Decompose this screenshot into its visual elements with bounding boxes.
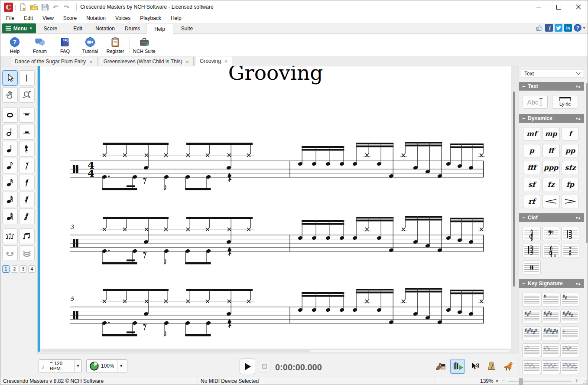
close-tab-icon[interactable]: × [89,59,93,65]
menu-file[interactable]: File [1,14,19,23]
like-icon[interactable] [536,24,543,32]
metronome-button[interactable] [484,359,499,374]
tool-whole-rest[interactable] [19,107,35,123]
dynamic-pp[interactable]: pp [562,144,579,157]
toolbar-register-button[interactable]: Register [103,35,128,55]
key-signature-3-sharps-button[interactable]: ♯♯♯ [522,310,541,323]
tool-quarter-rest[interactable] [19,141,35,157]
tool-thirtysecond-note[interactable] [2,192,18,207]
zoom-slider-thumb[interactable] [519,378,523,385]
dynamic-ppp[interactable]: ppp [543,161,560,174]
pointer-sound-button[interactable] [467,359,482,374]
collapse-icon[interactable]: − [522,281,525,287]
collapse-icon[interactable]: − [522,115,525,121]
dynamic-f[interactable]: f [562,127,579,140]
volume-dropdown-arrow[interactable]: ▼ [117,360,125,372]
document-tab-grooving[interactable]: Grooving× [195,56,232,66]
dynamic-fp[interactable]: fp [562,178,579,191]
key-signature-7-sharps-button[interactable]: ♯♯♯♯♯♯♯ [541,326,560,340]
menu-notation[interactable]: Notation [81,14,110,23]
tool-tie[interactable] [2,245,18,261]
play-button[interactable] [240,359,255,374]
key-signature-1-sharps-button[interactable]: ♯ [541,293,560,307]
help-dropdown-arrow[interactable]: ▾ [583,26,585,30]
clef-tenor-button[interactable] [523,244,541,258]
insert-lyric-button[interactable]: Ly ric [552,95,578,109]
dynamic-decrescendo[interactable] [562,195,579,208]
key-signature-5-sharps-button[interactable]: ♯♯♯♯♯ [560,310,579,323]
resize-grip[interactable] [582,379,588,385]
tool-thirtysecond-rest[interactable] [19,192,35,207]
dynamic-p[interactable]: p [523,144,540,157]
dynamic-sf[interactable]: sf [523,178,540,191]
toolbar-faq-button[interactable]: FAQFAQ [52,35,78,55]
menu-voices[interactable]: Voices [110,14,135,23]
dynamic-sfz[interactable]: sfz [562,161,579,174]
tool-beam[interactable] [19,228,35,244]
volume-control[interactable]: 100% ▼ [86,359,127,372]
close-tab-icon[interactable]: × [224,59,228,64]
tool-triplet[interactable]: 3 [2,228,18,244]
minimize-button[interactable] [529,0,549,13]
tool-whole-note[interactable] [2,107,18,123]
voice-button-3[interactable]: 3 [19,265,27,273]
clef-alto-button[interactable] [561,227,579,241]
section-header-dynamics[interactable]: −Dynamics▾▴ [519,114,584,123]
key-signature-4-flats-button[interactable]: ♭♭♭♭ [560,343,579,357]
tool-slur[interactable] [19,245,35,261]
maximize-button[interactable] [549,0,569,13]
tool-sixtyfourth-rest[interactable] [19,209,35,224]
dynamic-ff[interactable]: ff [543,144,560,157]
zoom-slider[interactable] [508,381,572,382]
ribbon-tab-drums[interactable]: Drums [119,23,146,34]
ribbon-tab-notation[interactable]: Notation [91,23,119,34]
score-horizontal-scrollbar[interactable] [40,349,511,353]
panel-arrow-icons[interactable]: ▾▴ [576,282,581,286]
dynamic-fff[interactable]: fff [523,161,540,174]
tempo-dropdown-arrow[interactable]: ▼ [74,360,81,372]
ribbon-tab-help[interactable]: Help [146,23,173,34]
menu-score[interactable]: Score [58,14,81,23]
panel-arrow-icons[interactable]: ▾▴ [576,117,581,121]
ribbon-tab-edit[interactable]: Edit [64,23,91,34]
tool-sixtyfourth-note[interactable] [2,209,18,224]
section-header-clef[interactable]: −Clef▾▴ [519,213,584,222]
linkedin-icon[interactable]: in [564,24,572,32]
insert-text-button[interactable]: Abc [523,95,548,109]
key-signature-2-sharps-button[interactable]: ♯♯ [560,293,579,307]
toolbar-tutorial-button[interactable]: Tutorial [78,35,103,55]
help-circle-icon[interactable]: ? [574,24,582,32]
panel-arrow-icons[interactable]: ▾▴ [576,216,581,220]
staff-system-3[interactable]: 5 [70,281,485,346]
tool-half-note[interactable] [2,124,18,140]
undo-icon[interactable] [51,3,60,12]
toolbar-nch-suite-button[interactable]: NCH Suite [132,35,157,55]
tool-select[interactable] [2,70,18,86]
dynamic-crescendo[interactable] [543,195,560,208]
collapse-icon[interactable]: − [522,215,525,221]
key-signature-4-sharps-button[interactable]: ♯♯♯♯ [541,310,560,323]
score-page[interactable]: Grooving 4435 [40,66,511,349]
panel-category-dropdown[interactable]: Text [521,69,584,78]
zoom-out-button[interactable]: − [501,377,505,384]
horn-speaker-button[interactable] [501,359,516,374]
menu-edit[interactable]: Edit [19,14,38,23]
score-title[interactable]: Grooving [40,66,511,85]
dynamic-fz[interactable]: fz [543,178,560,191]
voice-button-2[interactable]: 2 [11,265,18,273]
clef-percussion-button[interactable] [523,260,541,274]
tool-quarter-note[interactable] [2,141,18,157]
close-button[interactable] [569,0,588,13]
key-signature-2-flats-button[interactable]: ♭♭ [522,343,541,357]
play-score-button[interactable] [450,359,465,374]
key-signature-6-sharps-button[interactable]: ♯♯♯♯♯♯ [522,326,541,340]
key-signature-1-flats-button[interactable]: ♭ [560,326,579,340]
twitter-icon[interactable] [555,24,562,32]
clef-bass-button[interactable] [542,227,560,241]
tempo-control[interactable]: ♩ = 120 BPM ▼ [39,359,82,372]
section-header-text[interactable]: −Text▾▴ [519,82,584,91]
ribbon-tab-score[interactable]: Score [37,23,64,34]
menu-button[interactable]: Menu ▼ [2,23,36,33]
ribbon-tab-suite[interactable]: Suite [173,23,201,34]
clef-treble-button[interactable] [523,227,541,241]
